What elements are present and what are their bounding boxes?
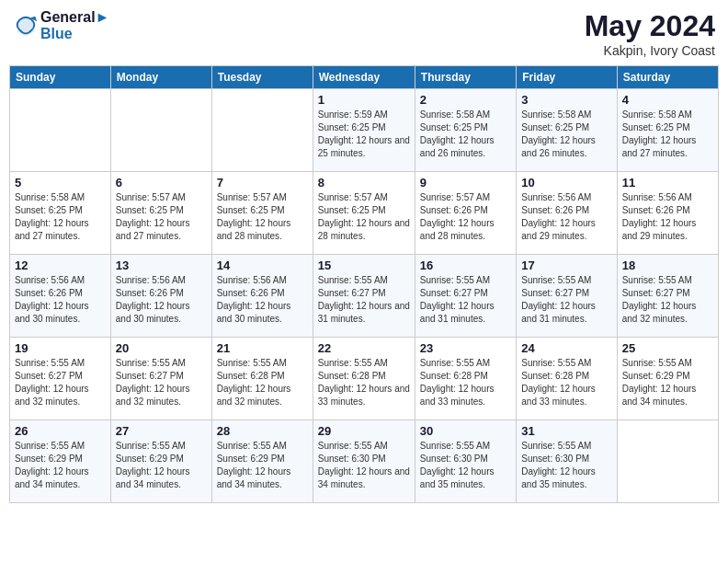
day-info: Sunrise: 5:55 AM Sunset: 6:27 PM Dayligh… — [15, 357, 106, 408]
day-number: 12 — [15, 259, 106, 272]
day-number: 3 — [521, 93, 611, 107]
calendar-cell: 13Sunrise: 5:56 AM Sunset: 6:26 PM Dayli… — [110, 255, 211, 338]
day-number: 7 — [217, 176, 308, 190]
day-info: Sunrise: 5:55 AM Sunset: 6:29 PM Dayligh… — [217, 440, 308, 491]
title-area: May 2024 Kakpin, Ivory Coast — [585, 9, 715, 58]
day-number: 19 — [15, 341, 106, 355]
day-number: 18 — [622, 259, 713, 272]
day-info: Sunrise: 5:55 AM Sunset: 6:28 PM Dayligh… — [217, 357, 308, 408]
day-number: 25 — [622, 341, 713, 355]
calendar-cell: 4Sunrise: 5:58 AM Sunset: 6:25 PM Daylig… — [617, 89, 718, 172]
page-header: General► Blue May 2024 Kakpin, Ivory Coa… — [9, 9, 719, 58]
calendar-cell: 22Sunrise: 5:55 AM Sunset: 6:28 PM Dayli… — [313, 338, 415, 420]
day-of-week-header: Thursday — [415, 66, 516, 89]
calendar-cell: 15Sunrise: 5:55 AM Sunset: 6:27 PM Dayli… — [313, 255, 415, 338]
calendar-cell: 5Sunrise: 5:58 AM Sunset: 6:25 PM Daylig… — [10, 172, 111, 255]
day-number: 17 — [521, 259, 611, 272]
day-info: Sunrise: 5:57 AM Sunset: 6:25 PM Dayligh… — [318, 191, 410, 243]
day-number: 9 — [420, 176, 511, 190]
day-number: 24 — [521, 341, 611, 355]
day-info: Sunrise: 5:56 AM Sunset: 6:26 PM Dayligh… — [217, 274, 308, 326]
calendar-cell: 27Sunrise: 5:55 AM Sunset: 6:29 PM Dayli… — [110, 420, 211, 503]
calendar-cell: 28Sunrise: 5:55 AM Sunset: 6:29 PM Dayli… — [211, 420, 313, 503]
day-info: Sunrise: 5:56 AM Sunset: 6:26 PM Dayligh… — [521, 191, 611, 243]
day-of-week-header: Wednesday — [313, 66, 415, 89]
calendar-week-row: 19Sunrise: 5:55 AM Sunset: 6:27 PM Dayli… — [10, 338, 719, 420]
logo: General► Blue — [13, 9, 109, 41]
day-info: Sunrise: 5:55 AM Sunset: 6:27 PM Dayligh… — [622, 274, 713, 326]
month-year-title: May 2024 — [585, 9, 715, 43]
day-info: Sunrise: 5:55 AM Sunset: 6:28 PM Dayligh… — [318, 357, 410, 408]
calendar-cell: 1Sunrise: 5:59 AM Sunset: 6:25 PM Daylig… — [313, 89, 415, 172]
day-number: 21 — [217, 341, 308, 355]
calendar-cell — [10, 89, 111, 172]
calendar-cell: 10Sunrise: 5:56 AM Sunset: 6:26 PM Dayli… — [517, 172, 617, 255]
day-info: Sunrise: 5:55 AM Sunset: 6:30 PM Dayligh… — [521, 440, 611, 491]
day-of-week-header: Sunday — [10, 66, 111, 89]
calendar-week-row: 12Sunrise: 5:56 AM Sunset: 6:26 PM Dayli… — [10, 255, 719, 338]
calendar-cell: 6Sunrise: 5:57 AM Sunset: 6:25 PM Daylig… — [110, 172, 211, 255]
day-number: 1 — [318, 93, 410, 107]
calendar-cell: 3Sunrise: 5:58 AM Sunset: 6:25 PM Daylig… — [517, 89, 617, 172]
calendar-cell: 9Sunrise: 5:57 AM Sunset: 6:26 PM Daylig… — [415, 172, 516, 255]
calendar-cell: 23Sunrise: 5:55 AM Sunset: 6:28 PM Dayli… — [415, 338, 516, 420]
calendar-cell: 20Sunrise: 5:55 AM Sunset: 6:27 PM Dayli… — [110, 338, 211, 420]
day-number: 29 — [318, 424, 410, 438]
calendar-week-row: 26Sunrise: 5:55 AM Sunset: 6:29 PM Dayli… — [10, 420, 719, 503]
day-number: 22 — [318, 341, 410, 355]
day-number: 16 — [420, 259, 511, 272]
calendar-cell: 18Sunrise: 5:55 AM Sunset: 6:27 PM Dayli… — [617, 255, 718, 338]
day-info: Sunrise: 5:55 AM Sunset: 6:29 PM Dayligh… — [116, 440, 207, 491]
calendar-cell — [110, 89, 211, 172]
calendar-cell: 19Sunrise: 5:55 AM Sunset: 6:27 PM Dayli… — [10, 338, 111, 420]
day-number: 13 — [116, 259, 207, 272]
day-number: 15 — [318, 259, 410, 272]
calendar-cell: 17Sunrise: 5:55 AM Sunset: 6:27 PM Dayli… — [517, 255, 617, 338]
day-info: Sunrise: 5:58 AM Sunset: 6:25 PM Dayligh… — [521, 109, 611, 160]
day-number: 4 — [622, 93, 713, 107]
calendar-cell: 21Sunrise: 5:55 AM Sunset: 6:28 PM Dayli… — [211, 338, 313, 420]
day-of-week-header: Tuesday — [211, 66, 313, 89]
calendar-cell — [617, 420, 718, 503]
calendar-cell: 2Sunrise: 5:58 AM Sunset: 6:25 PM Daylig… — [415, 89, 516, 172]
day-of-week-header: Friday — [517, 66, 617, 89]
day-number: 5 — [15, 176, 106, 190]
day-number: 2 — [420, 93, 511, 107]
day-info: Sunrise: 5:55 AM Sunset: 6:30 PM Dayligh… — [420, 440, 511, 491]
calendar-week-row: 5Sunrise: 5:58 AM Sunset: 6:25 PM Daylig… — [10, 172, 719, 255]
calendar-cell: 24Sunrise: 5:55 AM Sunset: 6:28 PM Dayli… — [517, 338, 617, 420]
day-number: 8 — [318, 176, 410, 190]
day-info: Sunrise: 5:55 AM Sunset: 6:29 PM Dayligh… — [15, 440, 106, 491]
day-number: 20 — [116, 341, 207, 355]
calendar-cell: 25Sunrise: 5:55 AM Sunset: 6:29 PM Dayli… — [617, 338, 718, 420]
day-info: Sunrise: 5:55 AM Sunset: 6:28 PM Dayligh… — [420, 357, 511, 408]
logo-text: General► Blue — [40, 9, 109, 41]
calendar-cell: 12Sunrise: 5:56 AM Sunset: 6:26 PM Dayli… — [10, 255, 111, 338]
day-number: 14 — [217, 259, 308, 272]
calendar-cell: 11Sunrise: 5:56 AM Sunset: 6:26 PM Dayli… — [617, 172, 718, 255]
day-info: Sunrise: 5:56 AM Sunset: 6:26 PM Dayligh… — [15, 274, 106, 326]
day-info: Sunrise: 5:57 AM Sunset: 6:25 PM Dayligh… — [116, 191, 207, 243]
calendar-cell: 7Sunrise: 5:57 AM Sunset: 6:25 PM Daylig… — [211, 172, 313, 255]
day-info: Sunrise: 5:55 AM Sunset: 6:27 PM Dayligh… — [521, 274, 611, 326]
day-info: Sunrise: 5:58 AM Sunset: 6:25 PM Dayligh… — [420, 109, 511, 160]
calendar-cell — [211, 89, 313, 172]
day-number: 28 — [217, 424, 308, 438]
calendar-cell: 30Sunrise: 5:55 AM Sunset: 6:30 PM Dayli… — [415, 420, 516, 503]
day-info: Sunrise: 5:56 AM Sunset: 6:26 PM Dayligh… — [116, 274, 207, 326]
day-info: Sunrise: 5:55 AM Sunset: 6:27 PM Dayligh… — [318, 274, 410, 326]
calendar-cell: 14Sunrise: 5:56 AM Sunset: 6:26 PM Dayli… — [211, 255, 313, 338]
day-info: Sunrise: 5:55 AM Sunset: 6:27 PM Dayligh… — [420, 274, 511, 326]
calendar-cell: 8Sunrise: 5:57 AM Sunset: 6:25 PM Daylig… — [313, 172, 415, 255]
day-info: Sunrise: 5:55 AM Sunset: 6:29 PM Dayligh… — [622, 357, 713, 408]
logo-icon — [13, 13, 39, 39]
calendar-header-row: SundayMondayTuesdayWednesdayThursdayFrid… — [10, 66, 719, 89]
day-number: 27 — [116, 424, 207, 438]
calendar-cell: 16Sunrise: 5:55 AM Sunset: 6:27 PM Dayli… — [415, 255, 516, 338]
location-subtitle: Kakpin, Ivory Coast — [585, 43, 715, 58]
calendar-cell: 29Sunrise: 5:55 AM Sunset: 6:30 PM Dayli… — [313, 420, 415, 503]
calendar-week-row: 1Sunrise: 5:59 AM Sunset: 6:25 PM Daylig… — [10, 89, 719, 172]
day-number: 31 — [521, 424, 611, 438]
calendar-cell: 31Sunrise: 5:55 AM Sunset: 6:30 PM Dayli… — [517, 420, 617, 503]
day-info: Sunrise: 5:57 AM Sunset: 6:25 PM Dayligh… — [217, 191, 308, 243]
